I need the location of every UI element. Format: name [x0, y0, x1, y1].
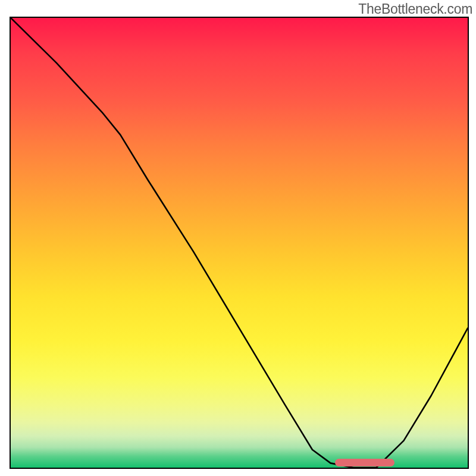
watermark-text: TheBottleneck.com	[358, 1, 472, 17]
bottleneck-curve-line	[11, 18, 468, 468]
plot-area	[10, 17, 469, 469]
optimum-marker	[335, 459, 394, 466]
curve-layer	[11, 18, 468, 468]
bottleneck-chart: TheBottleneck.com	[0, 0, 476, 476]
